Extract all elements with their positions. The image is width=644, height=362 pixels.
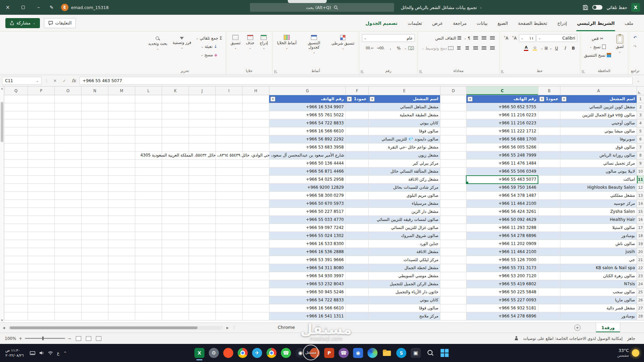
- cell[interactable]: [4, 296, 28, 304]
- cell[interactable]: [440, 264, 466, 272]
- keyboard-icon[interactable]: [30, 351, 35, 355]
- cell[interactable]: [538, 103, 560, 111]
- cell[interactable]: [81, 119, 108, 127]
- cell[interactable]: [135, 184, 162, 192]
- namebox-splitter[interactable]: ⋮: [44, 78, 49, 83]
- cell[interactable]: [345, 176, 368, 184]
- cell[interactable]: [54, 312, 81, 320]
- cell[interactable]: [215, 296, 242, 304]
- cell[interactable]: [108, 152, 135, 160]
- cell[interactable]: [162, 256, 189, 264]
- cell[interactable]: [108, 272, 135, 280]
- cell[interactable]: [440, 168, 466, 176]
- minimize-button[interactable]: –: [31, 0, 46, 15]
- cell[interactable]: [345, 296, 368, 304]
- align-top-button[interactable]: [489, 34, 496, 42]
- cell[interactable]: مشغل مملكتي: [560, 192, 637, 200]
- cell[interactable]: [81, 288, 108, 296]
- cell[interactable]: [28, 208, 54, 216]
- taskbar-icon-edge[interactable]: [368, 348, 378, 358]
- cell[interactable]: [81, 111, 108, 119]
- cell[interactable]: [28, 184, 54, 192]
- cell[interactable]: مركز ملامح: [368, 312, 440, 320]
- cell[interactable]: [28, 95, 54, 103]
- cell[interactable]: [162, 168, 189, 176]
- name-box[interactable]: C11 ⌄: [2, 77, 42, 85]
- taskbar-icon-chrome[interactable]: [238, 348, 248, 358]
- comma-format-button[interactable]: ،: [386, 44, 394, 52]
- ribbon-tab-data[interactable]: بيانات: [472, 15, 492, 31]
- row-header[interactable]: 16: [637, 216, 644, 224]
- cell[interactable]: [189, 135, 215, 143]
- cell[interactable]: [440, 232, 466, 240]
- cell[interactable]: [538, 184, 560, 192]
- zoom-in-button[interactable]: +: [19, 336, 22, 341]
- cell[interactable]: بومبادور: [560, 232, 637, 240]
- cell[interactable]: [440, 208, 466, 216]
- cell[interactable]: [440, 160, 466, 168]
- cell[interactable]: [81, 208, 108, 216]
- row-header[interactable]: 19: [637, 240, 644, 248]
- cell[interactable]: +966 11 222 1712: [466, 127, 538, 135]
- cell[interactable]: صالون vog فوغ الجمال للتزيين: [560, 111, 637, 119]
- cell[interactable]: [189, 280, 215, 288]
- cell[interactable]: [54, 135, 81, 143]
- cell[interactable]: [215, 176, 242, 184]
- close-button[interactable]: ×: [0, 0, 15, 15]
- taskbar-icon-camera-app[interactable]: ◉: [296, 348, 306, 358]
- row-header[interactable]: 7: [637, 143, 644, 152]
- cell[interactable]: [4, 240, 28, 248]
- language-indicator[interactable]: ع: [57, 351, 60, 356]
- fill-color-button[interactable]: ◇: [531, 44, 539, 52]
- cell[interactable]: [189, 256, 215, 264]
- cell[interactable]: [538, 152, 560, 160]
- cell[interactable]: [242, 232, 269, 240]
- cell[interactable]: +966 11 464 2100: [466, 248, 538, 256]
- cell[interactable]: [345, 232, 368, 240]
- cell[interactable]: مشغل المتألقة النسائي حائل: [368, 168, 440, 176]
- ribbon-tab-formulas[interactable]: الصيغ: [493, 15, 513, 31]
- cell[interactable]: [108, 224, 135, 232]
- cell[interactable]: مشغل زيون: [368, 152, 440, 160]
- cell[interactable]: [81, 135, 108, 143]
- cell[interactable]: [135, 272, 162, 280]
- format-cells-button[interactable]: تنسيق ⌄: [229, 34, 242, 51]
- row-header[interactable]: 13: [637, 192, 644, 200]
- cell[interactable]: [189, 240, 215, 248]
- cell[interactable]: [162, 160, 189, 168]
- cell[interactable]: [54, 127, 81, 135]
- cell[interactable]: [135, 240, 162, 248]
- cell[interactable]: [162, 288, 189, 296]
- select-all-corner[interactable]: [637, 86, 644, 95]
- column-header-P[interactable]: P: [28, 86, 54, 95]
- autosave-toggle[interactable]: [592, 5, 602, 10]
- cell[interactable]: [538, 288, 560, 296]
- cell[interactable]: [189, 119, 215, 127]
- cell[interactable]: [538, 168, 560, 176]
- horizontal-scrollbar[interactable]: [8, 326, 223, 330]
- borders-button[interactable]: ⊞ ⌄: [540, 44, 549, 52]
- cell[interactable]: [81, 152, 108, 160]
- cell[interactable]: [54, 176, 81, 184]
- cell[interactable]: [215, 103, 242, 111]
- cell[interactable]: +966 53 232 8043: [269, 280, 345, 288]
- filter-button[interactable]: ▾: [539, 97, 544, 102]
- cell[interactable]: [242, 95, 269, 103]
- comments-button[interactable]: التعليقات: [44, 18, 76, 28]
- taskbar-icon-powerpoint[interactable]: P: [324, 348, 334, 358]
- cell[interactable]: [345, 119, 368, 127]
- accessibility-status[interactable]: إمكانية الوصول لذوي الاحتياجات الخاصة: ا…: [523, 336, 623, 341]
- ribbon-tab-page-layout[interactable]: تخطيط الصفحة: [513, 15, 552, 31]
- cell[interactable]: جناين الورد: [368, 240, 440, 248]
- cell[interactable]: [440, 256, 466, 264]
- cell[interactable]: [108, 208, 135, 216]
- ribbon-tab-insert[interactable]: إدراج: [552, 15, 572, 31]
- page-layout-view-button[interactable]: [86, 336, 91, 341]
- cell[interactable]: [215, 160, 242, 168]
- cell[interactable]: [242, 160, 269, 168]
- filter-button[interactable]: ▾: [468, 97, 473, 102]
- cell[interactable]: [28, 135, 54, 143]
- cell[interactable]: [440, 272, 466, 280]
- cell[interactable]: [54, 288, 81, 296]
- confirm-entry-button[interactable]: ✓: [61, 77, 68, 84]
